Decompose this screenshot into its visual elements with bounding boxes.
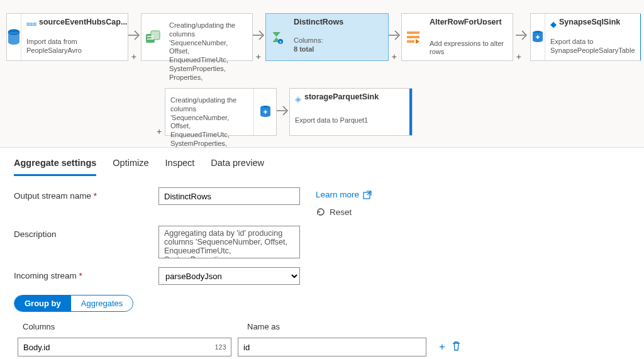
learn-more-link[interactable]: Learn more [316,190,372,199]
add-column-button[interactable]: + [439,341,445,354]
node-subtitle: Import data from PeopleSalaryAvro [26,38,127,55]
settings-tabs: Aggregate settings Optimize Inspect Data… [14,154,630,176]
add-step-button[interactable]: + [516,52,521,62]
name-as-input[interactable] [238,338,426,356]
svg-rect-6 [407,31,419,34]
tab-optimize[interactable]: Optimize [113,154,148,176]
source-icon [7,14,21,60]
external-link-icon [363,191,372,199]
columns-header: Columns [18,322,241,331]
add-step-button[interactable]: + [392,52,397,62]
alter-row-icon [402,14,425,60]
sink-icon [531,14,545,60]
groupby-aggregates-toggle: Group by Aggregates [14,295,133,312]
sink-db-icon [253,89,276,135]
node-sub-value: 8 total [294,45,383,54]
node-subtitle: Export data to Parquet1 [295,116,404,125]
incoming-stream-select[interactable]: parseBodyJson [158,267,300,285]
svg-rect-3 [151,31,160,40]
parse-icon [142,14,164,60]
pill-aggregates[interactable]: Aggregates [71,295,133,311]
tab-data-preview[interactable]: Data preview [211,154,264,176]
arrow-icon [389,29,402,41]
output-stream-input[interactable] [158,187,300,205]
nameas-header: Name as [247,322,630,331]
node-subtitle: Creating/updating the columns 'SequenceN… [169,21,247,82]
node-title: DistinctRows [294,18,383,26]
pill-group-by[interactable]: Group by [14,295,71,311]
tab-aggregate-settings[interactable]: Aggregate settings [14,154,96,176]
node-source-event-hubs[interactable]: ≡≡≡ sourceEventHubsCap... Import data fr… [6,13,128,61]
svg-rect-7 [407,36,419,38]
description-label: Description [14,226,158,239]
dataflow-canvas[interactable]: ≡≡≡ sourceEventHubsCap... Import data fr… [0,0,644,148]
add-step-button[interactable]: + [256,52,261,62]
reset-button[interactable]: Reset [316,207,372,217]
svg-text:x: x [279,40,282,44]
output-stream-label: Output stream name * [14,187,158,201]
node-title: sourceEventHubsCap... [39,18,127,26]
node-stripe [409,89,412,135]
trash-icon [452,341,461,351]
node-storage-parquet-sink[interactable]: ◈ storageParquetSink Export data to Parq… [289,88,413,136]
arrow-icon [516,29,530,41]
node-parse-body-json-2[interactable]: parseBodyJson Creating/updating the colu… [165,88,277,136]
delete-column-button[interactable] [452,341,461,354]
diamond-icon: ◈ [295,94,301,104]
groupby-row: 123 + [18,338,630,356]
node-alter-row[interactable]: AlterRowForUpsert Add expressions to alt… [401,13,513,61]
node-title: SynapseSqlSink [559,18,620,26]
node-subtitle: Export data to SynapsePeopleSalaryTable [550,38,635,55]
settings-panel: Aggregate settings Optimize Inspect Data… [0,148,644,356]
node-subtitle: Add expressions to alter rows [430,40,508,57]
service-bus-icon: ≡≡≡ [26,21,36,28]
node-distinct-rows[interactable]: x DistinctRows Columns: 8 total + [265,13,389,61]
tab-inspect[interactable]: Inspect [165,154,195,176]
column-expression-input[interactable] [18,338,231,356]
aggregate-icon: x [266,14,289,60]
add-step-button[interactable]: + [157,126,162,136]
expression-type-badge: 123 [215,344,226,351]
reset-icon [316,207,326,217]
description-input[interactable] [158,226,300,258]
add-step-button[interactable]: + [131,52,136,62]
node-synapse-sink[interactable]: ◆ SynapseSqlSink Export data to SynapseP… [530,13,641,61]
node-title: AlterRowForUpsert [430,18,508,25]
node-sub-label: Columns: [294,36,383,45]
arrow-icon [277,104,291,117]
node-title: storageParquetSink [304,92,379,101]
node-parse-body-json-1[interactable]: parseBodyJson Creating/updating the colu… [141,13,253,61]
synapse-icon: ◆ [550,19,557,29]
svg-rect-8 [407,40,414,43]
node-subtitle: Creating/updating the columns 'SequenceN… [170,96,248,148]
incoming-stream-label: Incoming stream * [14,267,158,280]
arrow-icon [253,29,267,41]
